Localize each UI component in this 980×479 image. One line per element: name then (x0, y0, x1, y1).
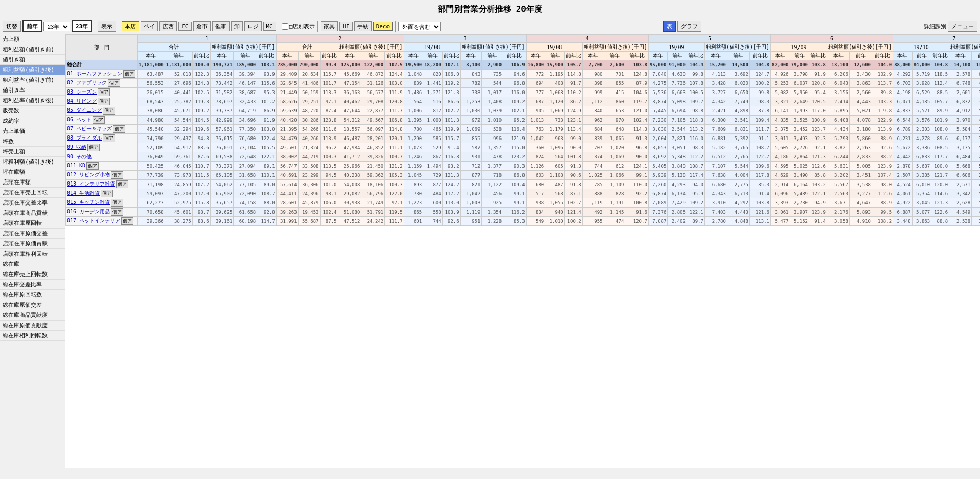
dept-link[interactable]: 013 インテリア雑貨 (67, 181, 115, 187)
hiroshima-button[interactable]: 広西 (159, 21, 177, 31)
detail-button[interactable]: 個ア (111, 208, 123, 216)
left-panel-item[interactable]: 総在庫商品貢献度 (0, 310, 65, 321)
left-panel-item[interactable]: 総在庫相利回転数 (0, 331, 65, 341)
left-panel-item[interactable]: 総在庫売上回転数 (0, 269, 65, 280)
left-panel-item[interactable]: 店頭在庫原価交差 (0, 229, 65, 239)
left-panel-item[interactable]: 粗利益額(値引き後) (0, 65, 65, 75)
prev-year-button[interactable]: 前年 (22, 20, 42, 32)
detail-button[interactable]: 個ア (111, 171, 123, 179)
detail-button[interactable]: 個ア (103, 107, 115, 115)
furniture-button[interactable]: 家具 (321, 21, 338, 31)
detail-button[interactable]: 個ア (123, 70, 135, 78)
data-cell: 113.9 (872, 125, 893, 134)
dept-link[interactable]: 012 リビング小物 (67, 172, 110, 177)
left-panel-item[interactable]: 坪数 (0, 136, 65, 147)
fc-button[interactable]: FC (178, 22, 191, 31)
dept-link[interactable]: 04 リビング (67, 98, 97, 104)
data-cell: 6,874 (648, 189, 668, 198)
dept-link[interactable]: 016 ガーデン用品 (67, 209, 110, 214)
dept-link[interactable]: 03 シーズン (67, 89, 97, 95)
kurashiki-button[interactable]: 倉市 (193, 21, 211, 31)
detail-button[interactable]: 個ア (98, 88, 110, 96)
left-panel-item[interactable]: 坪粗利額(値引き後) (0, 157, 65, 167)
detail-button[interactable]: 個ア (101, 190, 113, 197)
dept-link[interactable]: 01 ホームファッション (67, 71, 122, 76)
left-panel-item[interactable]: 成約率 (0, 116, 65, 126)
right-panel[interactable]: 部 門 1 2 3 4 5 6 7 8 (65, 34, 980, 468)
store-display-checkbox[interactable] (282, 23, 288, 30)
data-cell: 6,231 (893, 134, 913, 143)
hyou-button[interactable]: 表 (663, 21, 676, 32)
year-select[interactable]: 23年 22年 21年 20年 (43, 22, 70, 31)
habikino-button[interactable]: 催事 (212, 21, 230, 31)
left-panel-item[interactable]: 坪売上額 (0, 147, 65, 157)
left-panel-item[interactable]: 総在庫原価貢献度 (0, 321, 65, 331)
left-panel-item[interactable]: 店頭在庫原回転 (0, 218, 65, 229)
data-cell: 3,493 (790, 134, 809, 143)
detail-button[interactable]: 個ア (87, 144, 100, 151)
honten-button[interactable]: 本店 (122, 21, 139, 31)
detail-button[interactable]: 個ア (113, 125, 125, 133)
detail-button[interactable]: 個ア (111, 199, 123, 207)
dept-link[interactable]: 017 ペットインテリア (67, 218, 120, 223)
dept-link[interactable]: 09 収納 (67, 144, 86, 150)
detail-button[interactable]: 個ア (121, 217, 133, 225)
kirigae-button[interactable]: 切替 (3, 21, 21, 32)
teganu-button[interactable]: 手紡 (354, 21, 372, 31)
data-cell: 5,348 (668, 152, 687, 162)
dept-link[interactable]: 014 生活雑貨 (67, 190, 100, 196)
graph-button[interactable]: グラフ (677, 21, 701, 32)
left-panel-item[interactable]: 店頭在庫売上回転 (0, 188, 65, 198)
detail-button[interactable]: 個ア (108, 79, 120, 87)
dept-link[interactable]: 05 ダイニング (67, 107, 102, 113)
dept-link[interactable]: 015 キッチン雑貨 (67, 199, 110, 205)
outside-include-select[interactable]: 外面を含む 外面を除く (398, 22, 441, 31)
data-cell: 5,489 (790, 189, 809, 198)
left-panel-item[interactable]: 粗利益率(値引き後) (0, 96, 65, 106)
left-panel-item[interactable]: 総在庫原価交差 (0, 300, 65, 310)
left-panel-item[interactable]: 総在庫交差比率 (0, 280, 65, 290)
detail-button[interactable]: 個ア (116, 180, 128, 188)
dept-link[interactable]: 07 ベビー＆キッズ (67, 126, 112, 131)
hf-button[interactable]: HF (339, 22, 352, 31)
data-cell: 6,408 (827, 116, 850, 125)
left-panel-item[interactable]: 総在庫原回転数 (0, 290, 65, 300)
g2-zennenhi: 前年比 (320, 52, 338, 60)
detail-button[interactable]: 個ア (86, 162, 99, 170)
logi-button[interactable]: ロジ (244, 21, 262, 31)
left-panel-item[interactable]: 店頭在庫額 (0, 177, 65, 188)
dept-link[interactable]: 08 ブライダル (67, 135, 102, 141)
left-panel-item[interactable]: 店頭在庫交差比率 (0, 198, 65, 208)
oshi-button[interactable]: 卸 (231, 21, 243, 31)
deco-button[interactable]: Deco (373, 22, 393, 31)
store-display-checkbox-label[interactable]: □店別表示 (282, 22, 315, 30)
data-cell: 951 (460, 217, 482, 226)
left-panel-item[interactable]: 粗利益率(値引き前) (0, 75, 65, 85)
detail-button[interactable]: 個ア (103, 134, 115, 142)
detail-button[interactable]: 個ア (98, 98, 110, 105)
left-panel-item[interactable]: 店頭在庫原価貢献 (0, 239, 65, 249)
detail-button[interactable]: 個ア (93, 116, 105, 124)
dept-link[interactable]: 06 ベッド (67, 117, 92, 122)
left-panel-item[interactable]: 店頭在庫相利回転 (0, 249, 65, 259)
left-panel-item[interactable]: 坪在庫額 (0, 167, 65, 177)
group3-header: 3 (404, 35, 526, 43)
mc-button[interactable]: MC (263, 22, 276, 31)
dept-link[interactable]: 90 その他 (67, 154, 92, 159)
menu-button[interactable]: メニュー (948, 21, 977, 32)
left-panel-item[interactable]: 売上額 (0, 34, 65, 44)
hyoji-button[interactable]: 表示 (98, 21, 116, 32)
dept-link[interactable]: 02 ファブリック (67, 80, 107, 85)
left-panel-item[interactable]: 粗利益額(値引き前) (0, 44, 65, 55)
current-year-button[interactable]: 23年 (72, 20, 92, 32)
dept-link[interactable]: 011 KD (67, 163, 85, 168)
left-panel-item[interactable]: 売上単価 (0, 126, 65, 136)
pay-button[interactable]: ペイ (141, 21, 158, 31)
group7-header: 7 (893, 35, 980, 43)
left-panel-item[interactable]: 値引き率 (0, 85, 65, 96)
data-cell: 3,053 (648, 143, 668, 152)
left-panel-item[interactable]: 値引き額 (0, 55, 65, 65)
left-panel-item[interactable]: 店頭在庫商品貢献 (0, 208, 65, 218)
left-panel-item[interactable]: 販売数 (0, 106, 65, 116)
left-panel-item[interactable]: 総在庫 (0, 259, 65, 269)
